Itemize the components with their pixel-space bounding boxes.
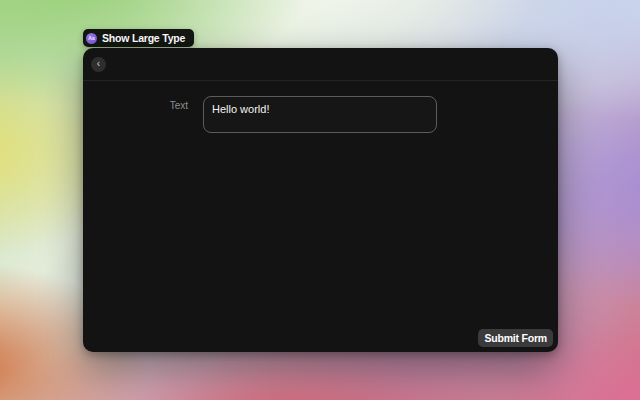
- app-window: ‹ Text Hello world! Submit Form: [83, 48, 558, 352]
- back-button[interactable]: ‹: [91, 57, 106, 72]
- command-title-badge: Aa Show Large Type: [83, 29, 194, 47]
- window-header: ‹: [83, 48, 558, 81]
- text-field-input[interactable]: Hello world!: [203, 96, 437, 133]
- text-field-label: Text: [83, 100, 188, 111]
- command-title-label: Show Large Type: [102, 32, 185, 44]
- desktop-background: { "badge": { "icon_label": "Aa", "label"…: [0, 0, 640, 400]
- submit-form-button[interactable]: Submit Form: [478, 329, 553, 347]
- large-type-extension-icon: Aa: [86, 33, 97, 44]
